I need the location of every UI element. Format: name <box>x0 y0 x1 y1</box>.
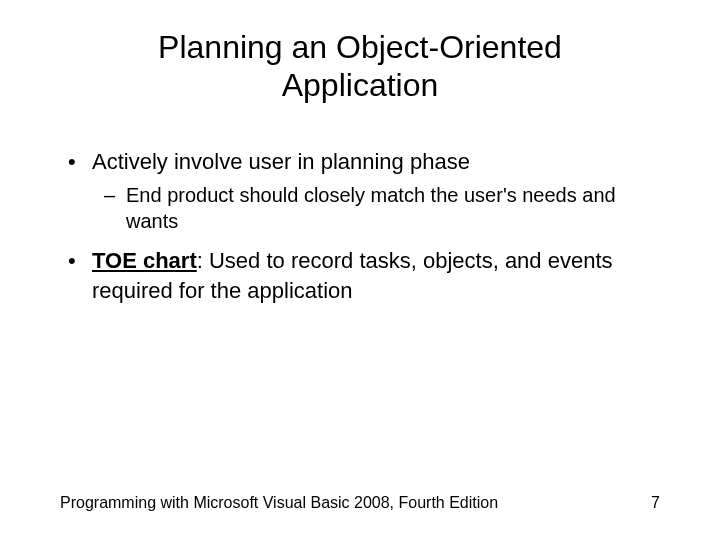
slide-title: Planning an Object-Oriented Application <box>60 28 660 105</box>
bullet-level1: TOE chart: Used to record tasks, objects… <box>68 246 660 305</box>
bullet-level2: End product should closely match the use… <box>104 182 660 234</box>
slide-footer: Programming with Microsoft Visual Basic … <box>60 494 660 512</box>
bullet-level1: Actively involve user in planning phase <box>68 147 660 177</box>
slide: Planning an Object-Oriented Application … <box>0 0 720 540</box>
bullet-lead-term: TOE chart <box>92 248 197 273</box>
footer-left-text: Programming with Microsoft Visual Basic … <box>60 494 498 512</box>
page-number: 7 <box>651 494 660 512</box>
slide-content: Actively involve user in planning phase … <box>60 147 660 306</box>
